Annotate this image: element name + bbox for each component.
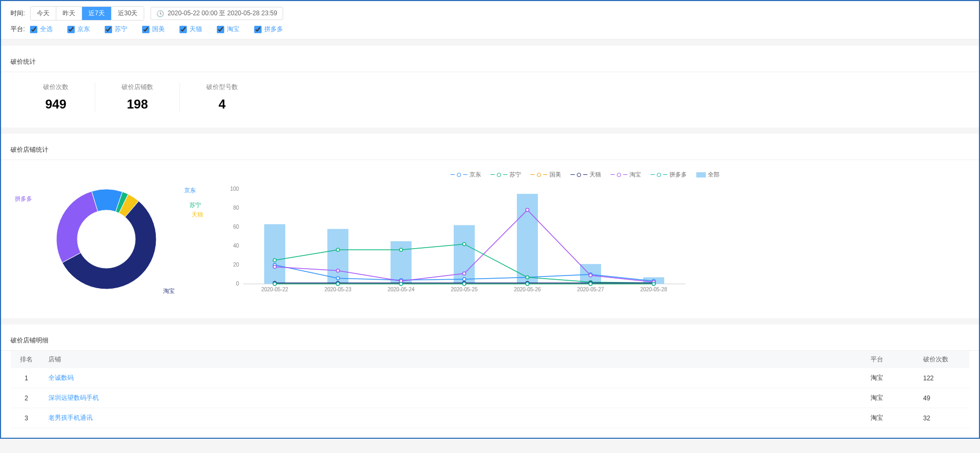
- svg-text:2020-05-28: 2020-05-28: [640, 287, 667, 292]
- cell-rank: 3: [11, 408, 42, 428]
- col-shop: 店铺: [42, 351, 864, 368]
- legend-item[interactable]: 拼多多: [651, 171, 687, 179]
- svg-point-32: [526, 275, 529, 279]
- chart-section: 破价店铺统计 京东 苏宁 天猫 淘宝 拼多多 京东苏宁国美天猫淘宝拼多多全部 0…: [1, 140, 979, 318]
- svg-point-31: [463, 242, 466, 245]
- donut-chart: 京东 苏宁 天猫 淘宝 拼多多: [12, 171, 201, 308]
- table-row: 3老男孩手机通讯淘宝32: [11, 408, 969, 428]
- stat-value: 949: [43, 97, 68, 112]
- date-range-picker[interactable]: 🕓 2020-05-22 00:00 至 2020-05-28 23:59: [151, 7, 283, 20]
- svg-text:2020-05-27: 2020-05-27: [577, 287, 604, 292]
- platform-checkbox[interactable]: 京东: [67, 25, 90, 34]
- stats-section: 破价统计 破价次数949破价店铺数198破价型号数4: [1, 52, 979, 127]
- svg-text:2020-05-22: 2020-05-22: [261, 287, 288, 292]
- section-title-stats: 破价统计: [1, 52, 979, 72]
- date-range-text: 2020-05-22 00:00 至 2020-05-28 23:59: [167, 9, 277, 18]
- checkbox-input[interactable]: [217, 26, 224, 33]
- time-button[interactable]: 近7天: [82, 7, 112, 20]
- checkbox-input[interactable]: [179, 26, 187, 33]
- svg-point-58: [399, 282, 403, 285]
- legend-marker: [577, 173, 581, 177]
- svg-text:100: 100: [230, 186, 239, 192]
- svg-point-61: [589, 282, 592, 285]
- checkbox-input[interactable]: [30, 26, 37, 33]
- col-count: 破价次数: [917, 351, 969, 368]
- svg-point-24: [463, 278, 466, 281]
- cell-count: 122: [917, 368, 969, 388]
- donut-label-sn: 苏宁: [189, 201, 201, 209]
- legend-marker: [497, 173, 501, 177]
- stat-card: 破价次数949: [17, 83, 95, 112]
- svg-point-62: [652, 282, 655, 285]
- svg-point-57: [336, 282, 339, 285]
- time-button[interactable]: 今天: [31, 7, 56, 20]
- svg-text:2020-05-25: 2020-05-25: [451, 287, 478, 292]
- legend-item[interactable]: 全部: [696, 171, 719, 179]
- cell-count: 49: [917, 388, 969, 408]
- platform-checkbox[interactable]: 苏宁: [105, 25, 127, 34]
- platform-label: 平台:: [11, 25, 25, 34]
- svg-text:2020-05-23: 2020-05-23: [324, 287, 352, 292]
- legend-marker: [617, 173, 621, 177]
- time-label: 时间:: [11, 9, 25, 18]
- platform-checkbox[interactable]: 淘宝: [217, 25, 239, 34]
- time-button[interactable]: 昨天: [56, 7, 82, 20]
- cell-shop-link[interactable]: 老男孩手机通讯: [42, 408, 864, 428]
- detail-table: 排名 店铺 平台 破价次数 1全诚数码淘宝1222深圳远望数码手机淘宝493老男…: [11, 351, 969, 428]
- svg-rect-8: [327, 229, 348, 284]
- svg-point-50: [336, 269, 339, 272]
- legend-marker: [696, 172, 706, 178]
- donut-label-pdd: 拼多多: [15, 195, 32, 203]
- stat-card: 破价店铺数198: [95, 83, 180, 112]
- svg-point-30: [399, 248, 403, 251]
- checkbox-input[interactable]: [105, 26, 112, 33]
- svg-text:0: 0: [236, 281, 239, 287]
- svg-text:40: 40: [233, 243, 239, 249]
- checkbox-input[interactable]: [142, 26, 149, 33]
- svg-point-56: [273, 282, 276, 285]
- checkbox-input[interactable]: [67, 26, 75, 33]
- cell-platform: 淘宝: [864, 388, 917, 408]
- col-platform: 平台: [864, 351, 917, 368]
- cell-shop-link[interactable]: 深圳远望数码手机: [42, 388, 864, 408]
- legend-item[interactable]: 京东: [451, 171, 481, 179]
- platform-checkbox[interactable]: 天猫: [179, 25, 202, 34]
- table-row: 1全诚数码淘宝122: [11, 368, 969, 388]
- cell-rank: 1: [11, 368, 42, 388]
- stat-label: 破价型号数: [206, 83, 238, 92]
- svg-point-28: [273, 259, 276, 262]
- platform-checkbox[interactable]: 全选: [30, 25, 53, 34]
- time-button[interactable]: 近30天: [112, 7, 144, 20]
- legend-item[interactable]: 天猫: [571, 171, 601, 179]
- svg-point-49: [273, 265, 276, 269]
- cell-count: 32: [917, 408, 969, 428]
- svg-point-29: [336, 248, 339, 251]
- cell-rank: 2: [11, 388, 42, 408]
- section-title-charts: 破价店铺统计: [1, 140, 979, 160]
- legend-item[interactable]: 淘宝: [611, 171, 641, 179]
- svg-point-52: [463, 272, 466, 275]
- donut-label-tm: 天猫: [192, 211, 203, 219]
- legend-item[interactable]: 苏宁: [491, 171, 521, 179]
- platform-checkboxes: 全选京东苏宁国美天猫淘宝拼多多: [30, 25, 298, 34]
- checkbox-input[interactable]: [254, 26, 262, 33]
- platform-checkbox[interactable]: 国美: [142, 25, 165, 34]
- clock-icon: 🕓: [156, 10, 164, 17]
- line-chart: 京东苏宁国美天猫淘宝拼多多全部 0204060801002020-05-2220…: [201, 171, 968, 308]
- stat-card: 破价型号数4: [180, 83, 264, 112]
- stat-value: 198: [122, 97, 153, 112]
- col-rank: 排名: [11, 351, 42, 368]
- platform-checkbox[interactable]: 拼多多: [254, 25, 283, 34]
- svg-point-53: [526, 209, 529, 212]
- cell-platform: 淘宝: [864, 408, 917, 428]
- donut-label-jd: 京东: [184, 186, 196, 194]
- legend-marker: [657, 173, 661, 177]
- time-button-group: 今天昨天近7天近30天: [30, 6, 144, 21]
- legend-marker: [537, 173, 541, 177]
- svg-rect-7: [264, 224, 285, 284]
- legend-item[interactable]: 国美: [531, 171, 561, 179]
- cell-shop-link[interactable]: 全诚数码: [42, 368, 864, 388]
- svg-point-22: [336, 277, 339, 280]
- stat-value: 4: [206, 97, 238, 112]
- svg-text:20: 20: [233, 262, 239, 268]
